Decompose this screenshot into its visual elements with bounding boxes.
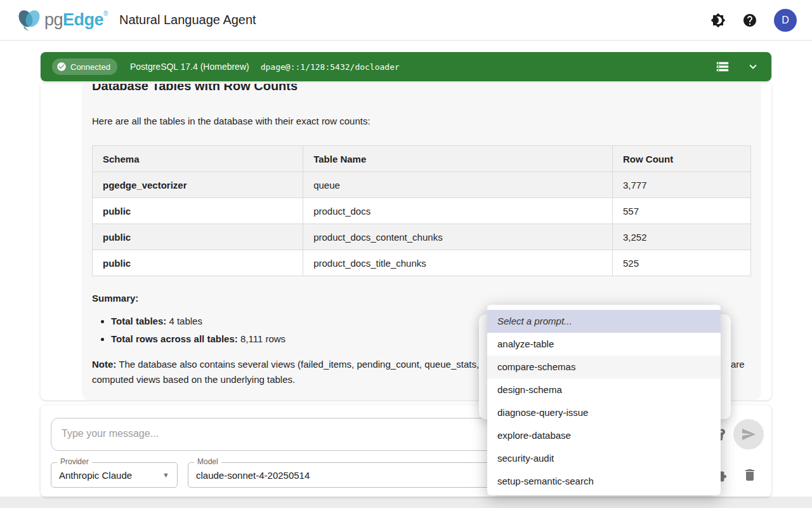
table-row: public product_docs_content_chunks 3,252 [93,224,751,250]
menu-item-setup-semantic-search[interactable]: setup-semantic-search [487,470,721,493]
connection-bar[interactable]: Connected PostgreSQL 17.4 (Homebrew) dpa… [41,52,771,81]
row-counts-table: Schema Table Name Row Count pgedge_vecto… [92,145,751,276]
help-icon[interactable] [742,13,757,28]
menu-item-compare-schemas[interactable]: compare-schemas [487,356,721,378]
cell-row-count: 3,777 [613,172,751,198]
menu-item-design-schema[interactable]: design-schema [487,378,721,401]
page-title: Natural Language Agent [119,13,256,27]
user-avatar[interactable]: D [774,9,797,32]
menu-item-analyze-table[interactable]: analyze-table [487,333,721,356]
provider-select[interactable]: Provider Anthropic Claude ▼ [51,462,178,488]
table-row: pgedge_vectorizer queue 3,777 [93,172,751,198]
table-row: public product_docs 557 [93,198,751,224]
connected-status-label: Connected [70,62,110,72]
cell-row-count: 525 [613,250,751,276]
storage-icon[interactable] [716,60,730,74]
cell-schema: public [93,198,303,224]
message-heading: Database Tables with Row Counts [92,84,751,95]
menu-item-security-audit[interactable]: security-audit [487,447,721,470]
cell-table-name: product_docs [303,198,613,224]
message-intro: Here are all the tables in the database … [92,114,751,128]
cell-table-name: queue [303,172,613,198]
provider-label: Provider [57,457,92,466]
summary-heading: Summary: [92,293,751,304]
cell-row-count: 557 [613,198,751,224]
cell-schema: pgedge_vectorizer [93,172,303,198]
page-background-strip [0,497,812,508]
column-header-row-count: Row Count [613,146,751,172]
select-arrow-icon: ▼ [162,471,169,479]
pgedge-logo: pgEdge® [15,8,108,32]
table-row: public product_docs_title_chunks 525 [93,250,751,276]
check-circle-icon [56,62,67,72]
send-icon [741,427,756,442]
send-button[interactable] [733,419,764,450]
menu-item-placeholder[interactable]: Select a prompt... [487,310,721,333]
table-header-row: Schema Table Name Row Count [93,146,751,172]
brand-text: pgEdge® [44,10,108,30]
connection-string: dpage@::1/128:5432/docloader [261,62,400,72]
server-version-label: PostgreSQL 17.4 (Homebrew) [130,62,249,72]
connected-status-badge: Connected [52,58,117,75]
column-header-schema: Schema [93,146,303,172]
cell-row-count: 3,252 [613,224,751,250]
cell-schema: public [93,250,303,276]
cell-schema: public [93,224,303,250]
column-header-table-name: Table Name [303,146,613,172]
menu-item-diagnose-query-issue[interactable]: diagnose-query-issue [487,401,721,424]
theme-toggle-icon[interactable] [710,13,726,28]
model-label: Model [194,457,221,466]
prompt-select-menu: Select a prompt... analyze-table compare… [487,305,721,495]
app-header: pgEdge® Natural Language Agent D [0,0,812,41]
chevron-down-icon[interactable] [746,60,760,74]
trash-icon[interactable] [742,467,757,483]
provider-value: Anthropic Claude [59,470,132,481]
cell-table-name: product_docs_title_chunks [303,250,613,276]
pgedge-heart-icon [15,8,43,32]
cell-table-name: product_docs_content_chunks [303,224,613,250]
model-value: claude-sonnet-4-20250514 [196,470,310,481]
menu-item-explore-database[interactable]: explore-database [487,424,721,447]
